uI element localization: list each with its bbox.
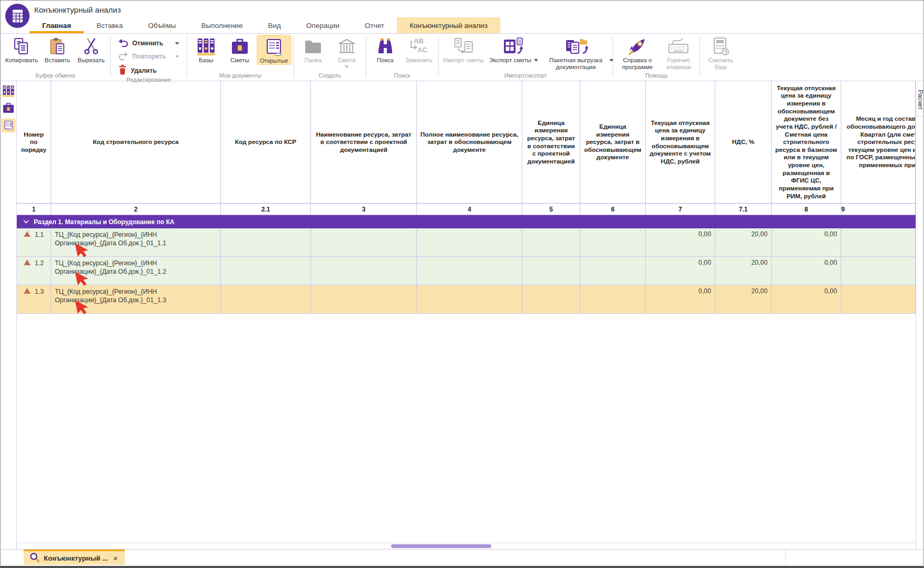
cell-empty[interactable] <box>580 285 646 313</box>
estimate-new-button[interactable]: Смета <box>330 35 364 68</box>
cell-empty[interactable] <box>841 285 916 313</box>
export-estimate-button[interactable]: Экспорт сметы <box>486 35 541 64</box>
batch-upload-button[interactable]: Пакетная выгрузка документации <box>541 35 610 71</box>
delete-button[interactable]: Удалить <box>118 64 179 76</box>
price-without-vat-cell[interactable]: 0,00 <box>772 228 841 256</box>
undo-button[interactable]: Отменить <box>118 38 179 49</box>
grid-header-row: Номер по порядку Код строительного ресур… <box>17 81 916 204</box>
tab-vypolnenie[interactable]: Выполнение <box>189 17 256 33</box>
section-collapse-icon[interactable] <box>23 220 29 224</box>
tab-vid[interactable]: Вид <box>255 17 293 33</box>
table-row[interactable]: 1.2 ТЦ_{Код ресурса}_{Регион}_{ИНН Орган… <box>17 257 916 285</box>
open-documents-icon <box>265 36 284 57</box>
copy-button[interactable]: Копировать <box>3 35 41 64</box>
col-header-price-without-vat: Текущая отпускная цена за единицу измере… <box>772 81 841 203</box>
import-estimate-button[interactable]: Импорт сметы <box>441 35 487 64</box>
table-row[interactable]: 1.1 ТЦ_{Код ресурса}_{Регион}_{ИНН Орган… <box>17 228 916 257</box>
main-area: Номер по порядку Код строительного ресур… <box>1 81 923 549</box>
replace-button[interactable]: AB AC Заменить <box>402 35 436 64</box>
batch-upload-label: Пакетная выгрузка документации <box>549 57 602 70</box>
row-num-cell[interactable]: 1.3 <box>17 285 51 313</box>
cell-empty[interactable] <box>522 228 580 256</box>
vat-cell[interactable]: 20,00 <box>715 257 772 285</box>
folder-button[interactable]: Папка <box>296 35 330 64</box>
price-without-vat-cell[interactable]: 0,00 <box>772 285 841 313</box>
group-my-documents: Базы Сметы <box>187 34 294 81</box>
tab-glavnaya[interactable]: Главная <box>30 17 84 33</box>
estimates-button[interactable]: Сметы <box>223 35 257 64</box>
col-header-ksr-code: Код ресурса по КСР <box>221 81 311 203</box>
row-num-cell[interactable]: 1.1 <box>17 228 51 256</box>
group-search: Поиск AB AC Заменить <box>366 34 438 81</box>
cell-empty[interactable] <box>580 228 646 256</box>
cell-empty[interactable] <box>311 257 417 285</box>
cut-button[interactable]: Вырезать <box>74 35 108 64</box>
group-caption-import-export: Импорт/экспорт <box>441 72 611 81</box>
price-with-vat-cell[interactable]: 0,00 <box>646 285 715 313</box>
row-num-cell[interactable]: 1.2 <box>17 257 51 285</box>
search-button[interactable]: Поиск <box>368 35 402 64</box>
horizontal-scrollbar-thumb[interactable] <box>391 544 491 548</box>
vat-cell[interactable]: 20,00 <box>715 228 772 256</box>
close-icon[interactable]: × <box>112 554 119 563</box>
export-estimate-dropdown-icon[interactable] <box>534 59 538 62</box>
sidebar-bases-button[interactable] <box>2 84 15 98</box>
hotkeys-button[interactable]: Горячие клавиши <box>659 35 697 71</box>
warning-icon <box>24 231 31 238</box>
open-documents-mini-icon <box>3 120 14 131</box>
cell-empty[interactable] <box>417 228 522 256</box>
cell-empty[interactable] <box>522 257 580 285</box>
cursor-arrow-icon <box>76 270 89 287</box>
tab-vstavka[interactable]: Вставка <box>84 17 135 33</box>
horizontal-scrollbar[interactable] <box>17 543 916 549</box>
tab-otchet[interactable]: Отчет <box>352 17 397 33</box>
tab-obyomy[interactable]: Объёмы <box>135 17 189 33</box>
colnum: 2.1 <box>221 204 311 215</box>
tab-konyunkturnyj-analiz[interactable]: Конъюнктурный анализ <box>397 17 500 33</box>
cell-empty[interactable] <box>221 228 311 256</box>
cell-empty[interactable] <box>841 228 916 256</box>
price-with-vat-cell[interactable]: 0,00 <box>646 228 715 256</box>
section-header-row[interactable]: Раздел 1. Материалы и Оборудование по КА <box>17 215 916 228</box>
price-without-vat-cell[interactable]: 0,00 <box>772 257 841 285</box>
cell-empty[interactable] <box>417 257 522 285</box>
row-number: 1.1 <box>35 231 44 238</box>
open-documents-button[interactable]: Открытые <box>257 35 291 65</box>
bases-button[interactable]: Базы <box>189 35 223 64</box>
cell-empty[interactable] <box>522 285 580 313</box>
tab-operacii[interactable]: Операции <box>294 17 352 33</box>
cell-empty[interactable] <box>580 257 646 285</box>
sidebar-open-documents-button[interactable] <box>2 119 15 132</box>
cell-empty[interactable] <box>311 285 417 313</box>
colnum: 6 <box>580 204 646 215</box>
document-tab[interactable]: Конъюнктурный ... × <box>24 550 125 565</box>
export-estimate-label: Экспорт сметы <box>489 57 531 64</box>
table-row-selected[interactable]: 1.3 ТЦ_{Код ресурса}_{Регион}_{ИНН Орган… <box>17 285 916 314</box>
change-db-button[interactable]: Сменить базу <box>702 35 739 71</box>
undo-dropdown-icon[interactable] <box>175 42 179 45</box>
price-with-vat-cell[interactable]: 0,00 <box>646 257 715 285</box>
cell-empty[interactable] <box>417 285 522 313</box>
cell-empty[interactable] <box>311 228 417 256</box>
estimate-new-dropdown-icon[interactable] <box>345 65 349 68</box>
sidebar-estimates-button[interactable] <box>2 101 15 115</box>
open-documents-label: Открытые <box>260 57 288 64</box>
batch-upload-dropdown-icon[interactable] <box>609 59 614 62</box>
group-editing: Отменить Повторить <box>111 34 187 81</box>
replace-label: Заменить <box>405 57 433 64</box>
calculation-panel-tab[interactable]: Расчет <box>916 84 924 117</box>
vat-cell[interactable]: 20,00 <box>715 285 772 313</box>
redo-dropdown-icon[interactable] <box>175 55 179 58</box>
calculator-icon <box>712 36 730 57</box>
cell-empty[interactable] <box>221 257 311 285</box>
cell-empty[interactable] <box>221 285 311 313</box>
group-caption-search: Поиск <box>368 72 436 81</box>
section-title: Раздел 1. Материалы и Оборудование по КА <box>34 218 174 226</box>
paste-button[interactable]: Вставить <box>41 35 74 64</box>
redo-button[interactable]: Повторить <box>118 51 179 62</box>
bottom-divider <box>785 550 786 566</box>
col-header-num: Номер по порядку <box>17 81 51 203</box>
about-button[interactable]: Справка о программе <box>615 35 659 71</box>
cell-empty[interactable] <box>841 257 916 285</box>
undo-label: Отменить <box>132 40 163 47</box>
